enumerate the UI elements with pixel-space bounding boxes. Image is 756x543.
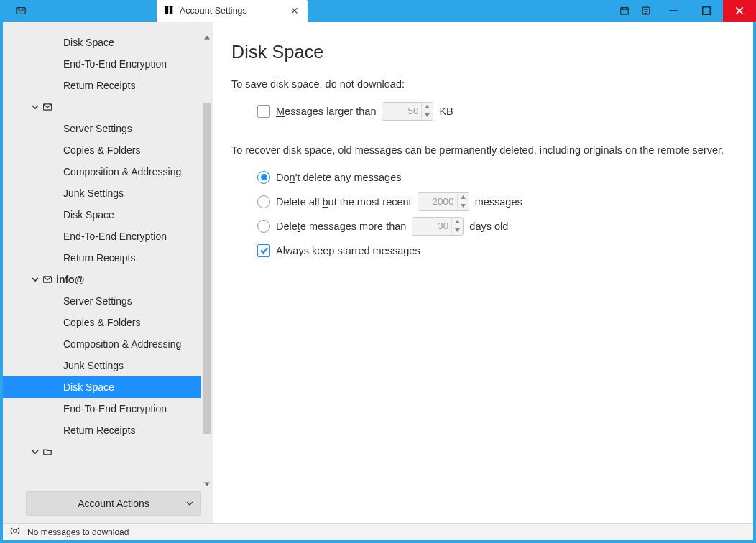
tree-item[interactable]: Return Receipts <box>3 419 213 441</box>
account-tree: Disk Space End-To-End Encryption Return … <box>3 32 213 463</box>
spin-up-icon[interactable] <box>422 103 433 111</box>
account-header[interactable] <box>3 96 213 118</box>
status-text: No messages to download <box>27 527 129 537</box>
chevron-down-icon <box>32 103 39 111</box>
statusbar: No messages to download <box>3 523 753 540</box>
spin-up-icon[interactable] <box>452 218 463 226</box>
radio-label: Don't delete any messages <box>276 172 401 183</box>
tree-item[interactable]: Server Settings <box>3 290 213 312</box>
scroll-up-icon[interactable] <box>201 32 213 43</box>
tree-item[interactable]: End-To-End Encryption <box>3 226 213 247</box>
svg-rect-1 <box>621 8 629 15</box>
sidebar-scrollbar[interactable] <box>201 32 213 490</box>
titlebar <box>0 0 756 22</box>
page-title: Disk Space <box>231 42 734 62</box>
tasks-icon[interactable] <box>635 0 657 22</box>
tree-item[interactable]: Disk Space <box>3 32 213 53</box>
size-number-field[interactable]: 50 <box>382 102 433 121</box>
chevron-down-icon <box>186 498 193 509</box>
spin-down-icon[interactable] <box>452 226 463 235</box>
account-header[interactable]: info@ <box>3 269 213 290</box>
calendar-icon[interactable] <box>614 0 635 22</box>
recover-intro-text: To recover disk space, old messages can … <box>231 143 734 159</box>
spin-down-icon[interactable] <box>422 111 433 120</box>
tree-item[interactable]: Copies & Folders <box>3 139 213 161</box>
spinner[interactable] <box>457 193 469 210</box>
checkbox-label: Always keep starred messages <box>276 245 420 256</box>
tree-item[interactable]: Server Settings <box>3 118 213 139</box>
tab-close-icon[interactable]: ✕ <box>287 5 302 17</box>
spinner[interactable] <box>421 103 433 120</box>
radio-label: Delete messages more than <box>276 221 406 232</box>
sidebar: Disk Space End-To-End Encryption Return … <box>3 22 213 523</box>
window-maximize-button[interactable] <box>690 0 723 22</box>
svg-rect-4 <box>165 6 168 14</box>
client-area: Disk Space End-To-End Encryption Return … <box>3 22 753 523</box>
days-suffix-label: days old <box>469 221 508 232</box>
chevron-down-icon <box>32 448 39 455</box>
tree-item[interactable]: Return Receipts <box>3 75 213 96</box>
tab-account-settings[interactable]: Account Settings ✕ <box>157 0 308 22</box>
tab-strip: Account Settings ✕ <box>157 0 308 22</box>
folder-icon <box>43 447 52 456</box>
tree-item[interactable]: Copies & Folders <box>3 312 213 333</box>
size-unit-label: KB <box>439 106 453 117</box>
spin-up-icon[interactable] <box>458 193 469 202</box>
tree-item[interactable]: Junk Settings <box>3 182 213 204</box>
tree-item[interactable]: Composition & Addressing <box>3 333 213 355</box>
account-label: info@ <box>56 274 84 285</box>
window-close-button[interactable] <box>723 0 756 22</box>
recent-suffix-label: messages <box>475 196 522 208</box>
tree-item[interactable]: Junk Settings <box>3 355 213 376</box>
tree-item-disk-space[interactable]: Disk Space <box>3 376 213 398</box>
svg-rect-3 <box>703 7 711 15</box>
account-header[interactable] <box>3 441 213 463</box>
save-intro-text: To save disk space, do not download: <box>231 77 734 93</box>
content-panel: Disk Space To save disk space, do not do… <box>213 22 753 523</box>
tree-item[interactable]: End-To-End Encryption <box>3 53 213 75</box>
app-icon <box>10 0 32 22</box>
spin-down-icon[interactable] <box>458 202 469 210</box>
mail-icon <box>43 275 52 284</box>
checkbox-keep-starred[interactable] <box>257 244 270 257</box>
scroll-down-icon[interactable] <box>201 478 213 490</box>
spinner[interactable] <box>451 218 463 235</box>
settings-page-icon <box>164 5 174 17</box>
window-minimize-button[interactable] <box>657 0 690 22</box>
checkbox-label: Messages larger than <box>276 106 376 117</box>
activity-icon <box>10 526 20 538</box>
mail-icon <box>43 103 52 111</box>
tree-item[interactable]: End-To-End Encryption <box>3 398 213 419</box>
tab-label: Account Settings <box>180 6 287 16</box>
radio-delete-older[interactable] <box>257 220 270 233</box>
tree-item[interactable]: Disk Space <box>3 204 213 226</box>
days-number-field[interactable]: 30 <box>412 217 464 236</box>
radio-dont-delete[interactable] <box>257 171 270 184</box>
recent-count-field[interactable]: 2000 <box>418 192 469 211</box>
svg-rect-5 <box>170 6 172 14</box>
radio-delete-recent[interactable] <box>257 195 270 208</box>
scrollbar-thumb[interactable] <box>203 103 211 434</box>
tree-item[interactable]: Return Receipts <box>3 247 213 269</box>
radio-label: Delete all but the most recent <box>276 196 412 208</box>
checkbox-messages-larger[interactable] <box>257 105 270 118</box>
svg-point-8 <box>14 529 17 532</box>
account-actions-button[interactable]: Account Actions <box>26 491 201 516</box>
chevron-down-icon <box>32 276 39 283</box>
app-window: Account Settings ✕ Disk Space End-To-End… <box>0 0 756 543</box>
tree-item[interactable]: Composition & Addressing <box>3 161 213 182</box>
